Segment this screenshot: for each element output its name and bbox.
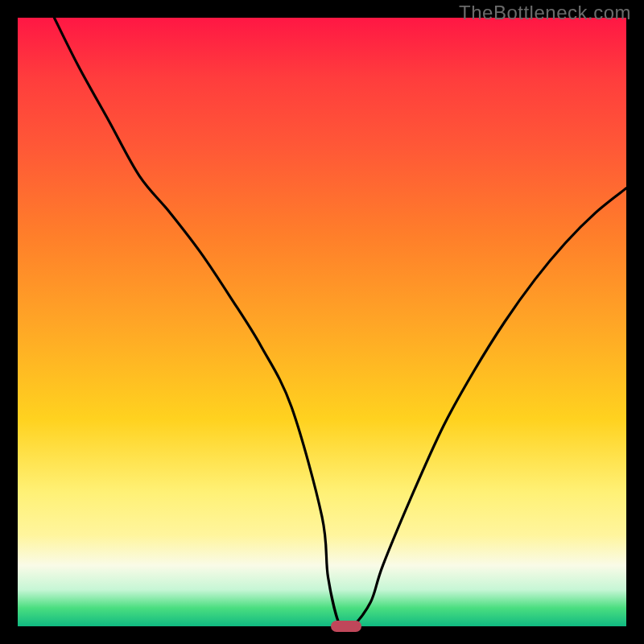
bottleneck-curve — [18, 18, 626, 626]
watermark-text: TheBottleneck.com — [459, 2, 631, 24]
chart-frame: TheBottleneck.com — [0, 0, 644, 644]
optimal-marker — [331, 621, 361, 632]
plot-area — [18, 18, 626, 626]
